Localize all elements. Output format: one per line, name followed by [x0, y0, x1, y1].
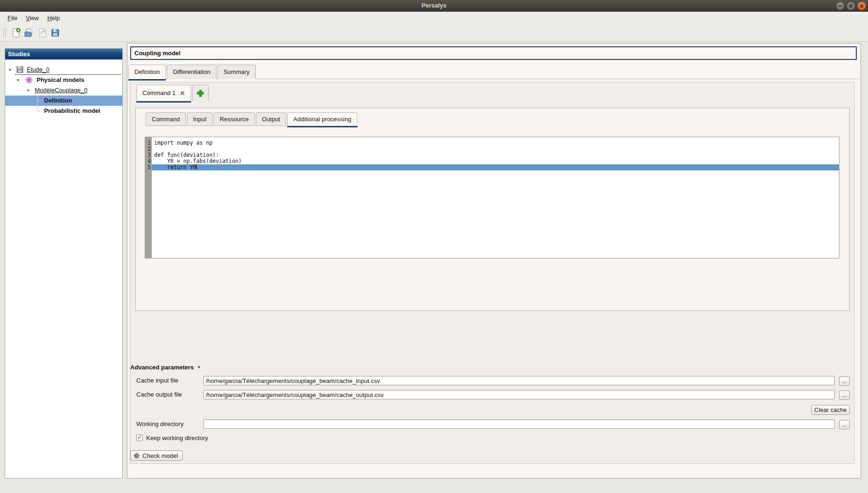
keep-working-directory-label: Keep working directory	[146, 434, 208, 443]
cache-input-file-label: Cache input file	[136, 376, 178, 385]
menubar: FileViewHelp	[0, 12, 868, 24]
tab-label: Ressource	[220, 116, 249, 123]
studies-panel-header: Studies	[5, 49, 122, 59]
check-model-button[interactable]: Check model	[130, 450, 183, 461]
code-line-1[interactable]: import numpy as np	[152, 140, 839, 146]
inner-tab-ressource[interactable]: Ressource	[214, 112, 255, 126]
command-tab-command-1[interactable]: Command 1	[136, 85, 191, 101]
tab-label: Summary	[223, 68, 250, 75]
tree-item-physical-models[interactable]: ▾Physical models	[5, 75, 122, 85]
page-title: Coupling model	[130, 46, 857, 60]
command-step-tab-bar: CommandInputRessourceOutputAdditional pr…	[146, 112, 358, 126]
window-controls	[836, 1, 866, 10]
tab-label: Command	[152, 116, 180, 123]
tab-definition[interactable]: Definition	[128, 65, 166, 79]
tree-item-label: ModèleCouplage_0	[35, 85, 88, 96]
tree-item-definition[interactable]: Definition	[5, 96, 122, 106]
close-button[interactable]	[857, 1, 866, 10]
tab-label: Command 1	[142, 85, 176, 101]
clear-cache-button[interactable]: Clear cache	[811, 405, 850, 415]
tree-item-label: Definition	[44, 96, 72, 106]
tab-label: Additional processing	[293, 116, 351, 123]
open-folder-icon	[24, 28, 34, 38]
advanced-parameters-label: Advanced parameters	[130, 364, 194, 371]
tree-item-probabilistic-model[interactable]: Probabilistic model	[5, 106, 122, 116]
code-line-3[interactable]: def func(deviation):	[152, 152, 839, 158]
add-command-tab-button[interactable]	[192, 85, 209, 101]
model-tab-bar: DefinitionDifferentiationSummary	[128, 65, 860, 79]
menu-item-view[interactable]: View	[22, 13, 43, 23]
open-study-button[interactable]	[22, 26, 36, 39]
toolbar-buttons	[9, 26, 62, 39]
line-number-gutter: 12345	[145, 137, 152, 258]
save-icon	[50, 28, 60, 38]
toolbar-drag-handle[interactable]	[3, 28, 7, 38]
cache-output-file-label: Cache output file	[136, 390, 182, 399]
checkmark-icon: ✓	[137, 435, 142, 440]
menu-item-help[interactable]: Help	[44, 13, 64, 23]
minimize-button[interactable]	[836, 1, 845, 10]
collapse-arrow-icon: ▼	[197, 365, 201, 369]
tree-item-modelecouplage-0[interactable]: ▾ModèleCouplage_0	[5, 85, 122, 96]
line-number: 5	[145, 164, 152, 170]
inner-tab-input[interactable]: Input	[187, 112, 213, 126]
code-area[interactable]: import numpy as npdef func(deviation): Y…	[152, 137, 839, 258]
tab-label: Input	[193, 116, 207, 123]
model-panel: Coupling model DefinitionDifferentiation…	[127, 43, 861, 478]
code-line-5[interactable]: return Y0	[152, 164, 839, 170]
inner-tab-command[interactable]: Command	[146, 112, 186, 126]
toolbar	[0, 24, 868, 42]
tab-differentiation[interactable]: Differentiation	[167, 65, 216, 79]
tab-label: Definition	[134, 68, 160, 75]
working-directory-browse-button[interactable]: ...	[839, 420, 850, 429]
expander-icon[interactable]: ▾	[27, 85, 30, 96]
cache-input-file-browse-button[interactable]: ...	[839, 376, 850, 386]
menu-item-file[interactable]: File	[4, 13, 21, 23]
command-content-box: CommandInputRessourceOutputAdditional pr…	[135, 108, 850, 311]
command-tab-bar: Command 1	[136, 85, 210, 101]
new-document-icon	[11, 28, 21, 38]
import-script-button[interactable]	[36, 26, 49, 39]
gear-icon	[133, 452, 140, 459]
floppy-disk-icon	[16, 66, 24, 74]
maximize-button[interactable]	[846, 1, 855, 10]
cache-output-file-input[interactable]	[203, 390, 835, 399]
import-script-icon	[37, 28, 47, 38]
keep-working-directory-checkbox[interactable]: ✓	[136, 434, 143, 441]
code-editor[interactable]: 12345 import numpy as npdef func(deviati…	[145, 137, 839, 258]
tree-item-etude-0[interactable]: ▾Étude_0	[5, 65, 122, 75]
working-directory-label: Working directory	[136, 419, 184, 429]
code-line-4[interactable]: Y0 = np.fabs(deviation)	[152, 158, 839, 164]
save-study-button[interactable]	[49, 26, 62, 39]
code-line-2[interactable]	[152, 146, 839, 152]
tab-summary[interactable]: Summary	[217, 65, 256, 79]
cache-output-file-browse-button[interactable]: ...	[839, 390, 850, 400]
tree-item-label: Probabilistic model	[44, 106, 100, 116]
text-caret	[196, 164, 197, 169]
check-model-label: Check model	[142, 452, 178, 459]
advanced-parameters-toggle[interactable]: Advanced parameters ▼	[130, 364, 201, 371]
study-tree: ▾Étude_0▾Physical models▾ModèleCouplage_…	[5, 65, 122, 116]
persalys-window: Persalys FileViewHelp Studies ▾Étude_0▾P…	[0, 0, 868, 493]
close-tab-icon[interactable]	[180, 91, 185, 96]
tree-item-label: Physical models	[37, 75, 84, 85]
working-directory-input[interactable]	[203, 419, 835, 429]
window-title: Persalys	[0, 0, 868, 11]
expander-icon[interactable]: ▾	[17, 75, 19, 85]
inner-tab-additional-processing[interactable]: Additional processing	[287, 112, 357, 126]
tab-label: Differentiation	[173, 68, 210, 75]
titlebar[interactable]: Persalys	[0, 0, 868, 12]
studies-panel: Studies ▾Étude_0▾Physical models▾ModèleC…	[5, 48, 123, 478]
expander-icon[interactable]: ▾	[9, 65, 11, 75]
plus-icon	[197, 90, 203, 96]
cache-input-file-input[interactable]	[203, 376, 835, 385]
inner-tab-output[interactable]: Output	[256, 112, 286, 126]
tree-item-label: Étude_0	[27, 65, 49, 75]
new-study-button[interactable]	[9, 26, 22, 39]
atom-icon	[25, 76, 33, 84]
tab-label: Output	[262, 116, 280, 123]
